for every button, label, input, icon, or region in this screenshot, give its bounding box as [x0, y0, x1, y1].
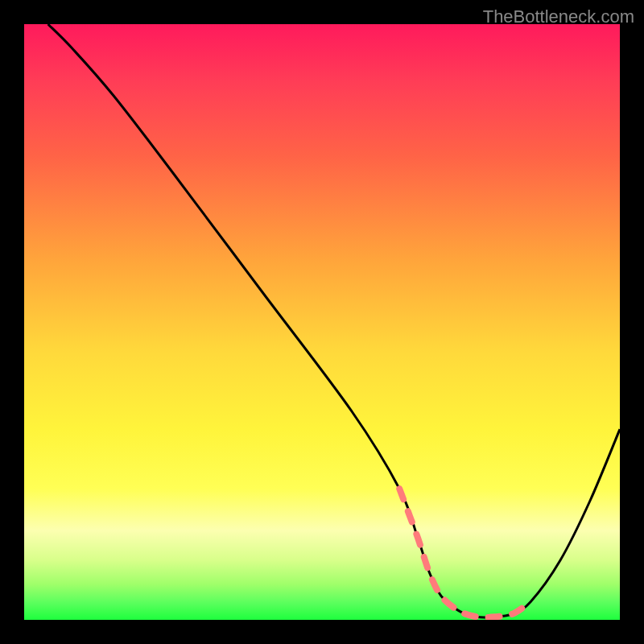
watermark-text: TheBottleneck.com [483, 6, 634, 27]
chart-gradient-background [24, 24, 620, 620]
chart-plot-area [24, 24, 620, 620]
